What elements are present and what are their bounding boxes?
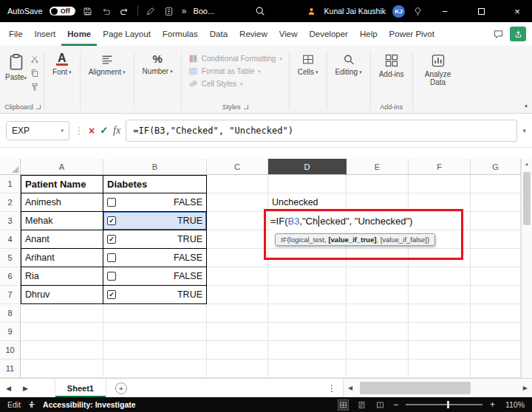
scroll-up-icon[interactable]: ▴ [522, 159, 532, 169]
font-dropdown[interactable]: A Font▾ [48, 49, 76, 78]
cell-D1[interactable] [268, 175, 347, 193]
row-header-6[interactable]: 6 [0, 267, 21, 286]
row-header-8[interactable]: 8 [0, 304, 21, 323]
cell-B2[interactable]: FALSE [103, 193, 207, 212]
ribbon-tab-home[interactable]: Home [61, 22, 97, 46]
ribbon-tab-developer[interactable]: Developer [304, 22, 354, 46]
row-header-10[interactable]: 10 [0, 341, 21, 360]
name-box[interactable]: EXP ▾ [6, 121, 69, 140]
sheet-nav-left-icon[interactable]: ◀ [0, 385, 17, 392]
insert-function-button[interactable]: fx [113, 125, 120, 137]
cell-A5[interactable]: Arihant [21, 249, 103, 267]
analyze-data-button[interactable]: Analyze Data [417, 49, 460, 88]
cell-A9[interactable] [21, 323, 103, 341]
row-header-7[interactable]: 7 [0, 286, 21, 304]
add-sheet-button[interactable]: + [115, 382, 127, 394]
ribbon-tab-help[interactable]: Help [354, 22, 383, 46]
cell-B10[interactable] [103, 341, 207, 360]
cell-styles-button[interactable]: Cell Styles ▾ [188, 79, 282, 89]
cell-D9[interactable] [268, 323, 347, 341]
view-page-break-button[interactable] [375, 399, 386, 411]
ribbon-tab-formulas[interactable]: Formulas [157, 22, 204, 46]
user-name[interactable]: Kunal Jai Kaushik [324, 7, 386, 16]
cell-G2[interactable] [471, 193, 521, 212]
cell-B9[interactable] [103, 323, 207, 341]
cell-A7[interactable]: Dhruv [21, 286, 103, 304]
horizontal-scrollbar-thumb[interactable] [360, 382, 471, 394]
scroll-right-icon[interactable]: ▶ [519, 385, 532, 391]
zoom-slider[interactable] [406, 404, 482, 405]
cut-icon[interactable] [30, 54, 40, 64]
checkbox-B6[interactable] [107, 272, 116, 281]
view-normal-button[interactable] [338, 399, 349, 411]
quick-access-overflow-icon[interactable]: » [182, 6, 187, 16]
sheet-tab-sheet1[interactable]: Sheet1 [55, 379, 106, 397]
cell-C5[interactable] [207, 249, 268, 267]
cell-E10[interactable] [347, 341, 409, 360]
cell-G8[interactable] [471, 304, 521, 323]
number-dropdown[interactable]: % Number▾ [138, 49, 177, 77]
vertical-scrollbar-thumb[interactable] [523, 172, 531, 225]
share-button[interactable] [510, 27, 526, 41]
column-header-B[interactable]: B [103, 159, 207, 175]
cell-D10[interactable] [268, 341, 347, 360]
cell-C10[interactable] [207, 341, 268, 360]
cell-C8[interactable] [207, 304, 268, 323]
sheet-nav-right-icon[interactable]: ▶ [17, 385, 34, 392]
addins-button[interactable]: Add-ins [375, 49, 409, 80]
checkbox-B2[interactable] [107, 198, 116, 207]
cell-F3[interactable] [409, 212, 471, 230]
ribbon-tab-data[interactable]: Data [204, 22, 233, 46]
undo-icon[interactable] [100, 5, 112, 17]
cell-B8[interactable] [103, 304, 207, 323]
column-header-C[interactable]: C [207, 159, 268, 175]
format-painter-icon[interactable] [30, 82, 40, 92]
save-icon[interactable] [82, 5, 94, 17]
cell-F1[interactable] [409, 175, 471, 193]
vertical-scrollbar[interactable]: ▴ [521, 159, 532, 378]
cell-C4[interactable] [207, 230, 268, 249]
column-header-A[interactable]: A [21, 159, 103, 175]
user-presence-icon[interactable] [306, 5, 318, 17]
cell-C2[interactable] [207, 193, 268, 212]
ribbon-tab-view[interactable]: View [273, 22, 304, 46]
checkbox-B5[interactable] [107, 253, 116, 262]
paste-button[interactable]: Paste▾ [5, 52, 27, 81]
cell-E5[interactable] [347, 249, 409, 267]
horizontal-scrollbar[interactable]: ◀ ▶ [343, 379, 532, 397]
cell-E7[interactable] [347, 286, 409, 304]
checkbox-B3[interactable]: ✓ [107, 216, 116, 225]
cell-D2[interactable]: Unchecked [268, 193, 347, 212]
cell-D6[interactable] [268, 267, 347, 286]
cell-G11[interactable] [471, 360, 521, 378]
cell-G1[interactable] [471, 175, 521, 193]
accessibility-status[interactable]: Accessibility: Investigate [43, 400, 135, 409]
row-header-4[interactable]: 4 [0, 230, 21, 249]
cell-A2[interactable]: Animesh [21, 193, 103, 212]
ribbon-tab-power-pivot[interactable]: Power Pivot [383, 22, 440, 46]
sheet-more-icon[interactable]: ⋮ [321, 383, 343, 394]
cell-C11[interactable] [207, 360, 268, 378]
cell-B5[interactable]: FALSE [103, 249, 207, 267]
styles-dialog-launcher-icon[interactable] [244, 105, 248, 109]
cell-B3[interactable]: ✓TRUE [103, 212, 207, 230]
comments-icon[interactable] [493, 29, 504, 40]
cell-B6[interactable]: FALSE [103, 267, 207, 286]
cell-A6[interactable]: Ria [21, 267, 103, 286]
cell-E8[interactable] [347, 304, 409, 323]
cell-F5[interactable] [409, 249, 471, 267]
column-header-D[interactable]: D [268, 159, 347, 175]
cell-E6[interactable] [347, 267, 409, 286]
cell-G6[interactable] [471, 267, 521, 286]
row-header-9[interactable]: 9 [0, 323, 21, 341]
cell-E11[interactable] [347, 360, 409, 378]
cell-F10[interactable] [409, 341, 471, 360]
formula-input[interactable]: =IF(B3,"Checked", "Unchecked") [126, 120, 517, 142]
view-page-layout-button[interactable] [356, 399, 367, 411]
scroll-left-icon[interactable]: ◀ [344, 385, 357, 391]
ribbon-tab-page-layout[interactable]: Page Layout [97, 22, 157, 46]
enter-button[interactable]: ✓ [100, 125, 108, 136]
cell-D7[interactable] [268, 286, 347, 304]
ribbon-tab-insert[interactable]: Insert [29, 22, 62, 46]
formula-bar-expand-icon[interactable]: ▾ [522, 127, 526, 134]
